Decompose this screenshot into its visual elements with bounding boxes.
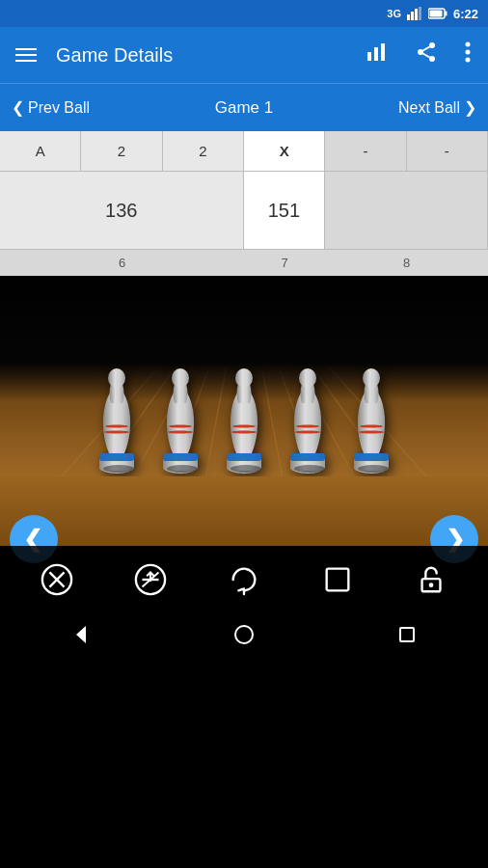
prev-ball-button[interactable]: ❮ Prev Ball <box>12 98 90 117</box>
clock: 6:22 <box>453 7 478 21</box>
game-label: Game 1 <box>215 98 273 118</box>
svg-point-11 <box>418 49 423 55</box>
pin-3 <box>219 363 269 476</box>
frame-number-6: 6 <box>0 250 244 276</box>
svg-rect-1 <box>411 12 414 20</box>
frame-6-cell-a: A <box>0 131 81 171</box>
refresh-button[interactable] <box>223 558 265 601</box>
system-nav-bar <box>0 613 488 660</box>
svg-rect-9 <box>381 43 385 61</box>
svg-rect-47 <box>290 453 325 461</box>
frame-7-cell-a: X <box>244 131 325 171</box>
svg-point-43 <box>235 368 253 388</box>
svg-point-48 <box>299 368 316 388</box>
next-arrow-icon: ❯ <box>464 98 476 117</box>
svg-point-54 <box>358 465 389 473</box>
svg-rect-61 <box>327 569 349 591</box>
next-ball-label: Next Ball <box>398 99 460 117</box>
lock-icon <box>415 563 447 596</box>
pin-4 <box>283 363 333 476</box>
svg-point-16 <box>466 50 471 55</box>
prev-ball-label: Prev Ball <box>28 99 90 117</box>
svg-point-38 <box>172 368 189 388</box>
cancel-icon <box>41 563 73 596</box>
cancel-button[interactable] <box>36 558 78 601</box>
more-button[interactable] <box>459 35 476 75</box>
recents-icon <box>396 624 418 645</box>
svg-rect-42 <box>227 453 261 461</box>
frame-8-cell-b: - <box>407 131 488 171</box>
next-ball-button[interactable]: Next Ball ❯ <box>398 98 476 117</box>
pin-5 <box>346 363 396 476</box>
svg-marker-64 <box>76 626 86 643</box>
score-frame-7: 151 <box>244 172 326 249</box>
navigation-row: ❮ Prev Ball Game 1 Next Ball ❯ <box>0 83 488 131</box>
status-bar: 3G 6:22 <box>0 0 488 27</box>
lane-floor <box>0 476 488 546</box>
svg-line-13 <box>423 54 430 58</box>
pins-container <box>92 363 396 476</box>
svg-point-63 <box>429 583 434 587</box>
no-entry-icon <box>134 563 167 596</box>
svg-rect-7 <box>367 52 371 61</box>
menu-button[interactable] <box>12 44 41 66</box>
home-icon <box>233 624 255 645</box>
svg-rect-6 <box>429 11 442 17</box>
frame-8-cell-a: - <box>325 131 406 171</box>
chart-button[interactable] <box>359 35 393 75</box>
svg-point-53 <box>363 368 380 388</box>
recents-button[interactable] <box>389 616 425 658</box>
svg-rect-0 <box>407 14 410 20</box>
back-icon <box>70 624 92 645</box>
refresh-icon <box>228 563 260 596</box>
frame-number-7: 7 <box>244 250 325 276</box>
bottom-toolbar <box>0 546 488 613</box>
page-title: Game Details <box>56 44 343 67</box>
bowling-section: ❮ ❯ <box>0 276 488 660</box>
frame-6-cell-b: 2 <box>81 131 162 171</box>
prev-arrow-icon: ❮ <box>12 98 24 117</box>
svg-point-39 <box>167 465 198 473</box>
signal-icon: 3G <box>387 8 401 19</box>
svg-point-49 <box>294 465 325 473</box>
frame-number-8: 8 <box>325 250 488 276</box>
frame-numbers: 6 7 8 <box>0 249 488 276</box>
svg-point-33 <box>108 368 125 388</box>
svg-rect-5 <box>445 12 447 16</box>
svg-point-12 <box>429 56 435 62</box>
svg-point-10 <box>429 42 435 48</box>
pin-1 <box>92 363 142 476</box>
svg-rect-2 <box>415 9 418 20</box>
signal-bars-icon <box>407 7 422 20</box>
frame-row: A 2 2 X - - <box>0 131 488 172</box>
square-icon <box>321 563 354 596</box>
share-button[interactable] <box>409 35 444 75</box>
battery-icon <box>428 8 447 19</box>
svg-point-17 <box>466 58 471 63</box>
svg-rect-37 <box>163 453 198 461</box>
svg-point-44 <box>230 465 261 473</box>
svg-point-15 <box>466 42 471 47</box>
back-button[interactable] <box>63 616 99 658</box>
svg-rect-66 <box>400 628 414 641</box>
score-frame-8 <box>325 172 488 249</box>
frame-6-cell-c: 2 <box>163 131 244 171</box>
no-entry-button[interactable] <box>129 558 172 601</box>
score-row: 136 151 <box>0 172 488 249</box>
score-section: A 2 2 X - - 136 151 6 7 8 <box>0 131 488 276</box>
svg-point-65 <box>235 626 253 643</box>
svg-rect-32 <box>99 453 134 461</box>
svg-rect-3 <box>419 7 421 20</box>
svg-rect-52 <box>354 453 389 461</box>
lock-button[interactable] <box>410 558 452 601</box>
app-bar: Game Details <box>0 27 488 83</box>
svg-point-34 <box>103 465 134 473</box>
pin-2 <box>155 363 205 476</box>
home-button[interactable] <box>226 616 262 658</box>
score-frame-6: 136 <box>0 172 244 249</box>
svg-rect-8 <box>374 47 378 61</box>
frame-button[interactable] <box>316 558 359 601</box>
svg-line-14 <box>423 47 430 51</box>
